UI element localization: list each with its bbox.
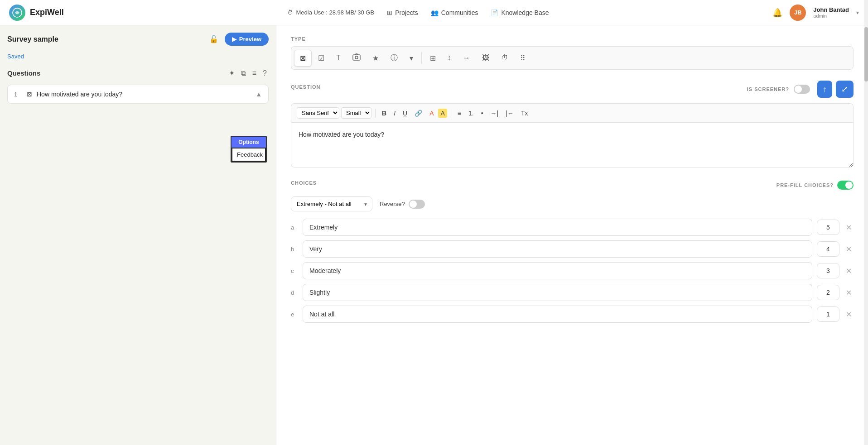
communities-nav[interactable]: 👥 Communities	[431, 9, 478, 16]
type-checkbox-button[interactable]: ☑	[313, 50, 330, 66]
indent-right-button[interactable]: →|	[488, 108, 502, 119]
text-color-button[interactable]: A	[427, 108, 436, 119]
type-matrix-button[interactable]: ⊠	[294, 50, 312, 67]
type-clock-button[interactable]: ⏱	[496, 50, 514, 66]
choice-remove-button[interactable]: ✕	[844, 221, 854, 234]
pre-fill-control: PRE-FILL CHOICES?	[776, 181, 854, 190]
question-input[interactable]: How motivated are you today?	[291, 122, 854, 167]
type-image-button[interactable]: 🖼	[477, 50, 495, 66]
knowledge-base-label: Knowledge Base	[501, 9, 549, 16]
font-family-select[interactable]: Sans Serif	[297, 107, 339, 119]
preview-label: Preview	[239, 36, 261, 43]
choice-remove-button[interactable]: ✕	[844, 265, 854, 277]
is-screener-toggle[interactable]	[794, 85, 810, 94]
notifications-bell[interactable]: 🔔	[772, 8, 782, 18]
knowledge-base-nav[interactable]: 📄 Knowledge Base	[491, 9, 549, 16]
reverse-toggle[interactable]	[409, 200, 425, 209]
question-collapse-button[interactable]: ▲	[256, 91, 262, 98]
type-grid-button[interactable]: ⊞	[424, 50, 441, 66]
highlight-button[interactable]: A	[438, 109, 447, 118]
type-updown-button[interactable]: ↕	[442, 50, 457, 66]
nav-center: ⏱ Media Use : 28.98 MB/ 30 GB ⊞ Projects…	[287, 9, 549, 16]
type-text-button[interactable]: T	[331, 50, 346, 66]
copy-icon[interactable]: ⧉	[239, 67, 248, 79]
underline-button[interactable]: U	[400, 108, 410, 119]
question-text: How motivated are you today?	[37, 91, 251, 98]
type-dotsgrid-button[interactable]: ⠿	[515, 50, 531, 66]
choice-row: b 4 ✕	[291, 240, 854, 258]
type-selector-row: ⊠ ☑ T ★ ⓘ ▾ ⊞ ↕ ↔ 🖼 ⏱ ⠿	[291, 46, 854, 70]
bold-button[interactable]: B	[379, 108, 389, 119]
user-chevron-icon: ▾	[856, 10, 859, 16]
choice-remove-button[interactable]: ✕	[844, 308, 854, 321]
is-screener-slider	[794, 85, 810, 94]
link-button[interactable]: 🔗	[412, 108, 425, 119]
nav-right: 🔔 JB John Bantad admin ▾	[772, 5, 859, 21]
pre-fill-slider	[837, 181, 854, 190]
projects-icon: ⊞	[387, 9, 392, 16]
question-section-label: QUESTION	[291, 84, 320, 90]
scrollbar-thumb	[864, 27, 868, 81]
italic-button[interactable]: I	[391, 108, 398, 119]
choice-input[interactable]	[303, 262, 812, 279]
brand-area: ExpiWell	[9, 5, 64, 21]
upload-button[interactable]: ↑	[817, 81, 832, 98]
media-use-item: ⏱ Media Use : 28.98 MB/ 30 GB	[287, 9, 374, 16]
saved-link[interactable]: Saved	[7, 53, 269, 60]
logo-icon	[9, 5, 25, 21]
indent-left-button[interactable]: |←	[503, 108, 516, 119]
choice-input[interactable]	[303, 284, 812, 301]
svg-point-2	[355, 56, 358, 59]
user-info: John Bantad admin	[813, 6, 849, 19]
right-panel: TYPE ⊠ ☑ T ★ ⓘ ▾ ⊞ ↕ ↔ 🖼 ⏱ ⠿	[276, 25, 868, 445]
sort-icon[interactable]: ✦	[227, 67, 236, 79]
options-popup: Options Feedback	[231, 136, 267, 163]
type-section-label: TYPE	[291, 36, 854, 42]
clear-format-button[interactable]: Tx	[518, 108, 531, 119]
avatar: JB	[790, 5, 806, 21]
choice-input[interactable]	[303, 240, 812, 258]
help-icon[interactable]: ?	[261, 67, 269, 79]
align-button[interactable]: ≡	[455, 108, 464, 119]
window-scrollbar[interactable]	[864, 0, 868, 445]
questions-label: Questions	[7, 69, 40, 77]
choice-score: 3	[817, 263, 839, 278]
type-info-button[interactable]: ⓘ	[385, 50, 403, 67]
choices-section: CHOICES PRE-FILL CHOICES? Extremely - No…	[291, 180, 854, 323]
choice-remove-button[interactable]: ✕	[844, 243, 854, 255]
type-lr-button[interactable]: ↔	[458, 50, 476, 66]
ordered-list-button[interactable]: 1.	[466, 108, 477, 119]
choices-header: CHOICES PRE-FILL CHOICES?	[291, 180, 854, 190]
question-item[interactable]: 1 ⊠ How motivated are you today? ▲	[7, 85, 269, 104]
feedback-item[interactable]: Feedback	[231, 148, 266, 162]
svg-rect-1	[353, 55, 360, 60]
expand-button[interactable]: ⤢	[836, 81, 854, 98]
choices-container: a 5 ✕ b 4 ✕ c 3 ✕ d 2 ✕ e 1 ✕	[291, 219, 854, 323]
choices-section-label: CHOICES	[291, 180, 317, 186]
choice-remove-button[interactable]: ✕	[844, 287, 854, 299]
choice-row: a 5 ✕	[291, 219, 854, 236]
pre-fill-toggle[interactable]	[837, 181, 854, 190]
choice-letter: a	[291, 224, 298, 231]
preview-button[interactable]: ▶ Preview	[225, 33, 269, 46]
choices-preset-select[interactable]: Extremely - Not at all	[291, 196, 372, 211]
font-size-select[interactable]: Small	[341, 107, 371, 119]
unordered-list-button[interactable]: •	[478, 108, 486, 119]
choice-input[interactable]	[303, 306, 812, 323]
choices-preset-wrapper: Extremely - Not at all	[291, 196, 372, 211]
type-star-button[interactable]: ★	[367, 50, 384, 66]
reverse-slider	[409, 200, 425, 209]
main-layout: Survey sample 🔓 ▶ Preview Saved Question…	[0, 25, 868, 445]
type-more-button[interactable]: ▾	[404, 50, 419, 66]
unlock-icon[interactable]: 🔓	[207, 33, 220, 45]
choice-input[interactable]	[303, 219, 812, 236]
toolbar-separator-2	[451, 109, 451, 118]
list-icon[interactable]: ≡	[251, 67, 258, 79]
type-camera-button[interactable]	[347, 49, 366, 67]
projects-nav[interactable]: ⊞ Projects	[387, 9, 418, 16]
choice-row: c 3 ✕	[291, 262, 854, 279]
choice-score: 1	[817, 306, 839, 322]
knowledge-base-icon: 📄	[491, 9, 498, 16]
question-section: QUESTION IS SCREENER? ↑ ⤢	[291, 81, 854, 169]
choice-row: e 1 ✕	[291, 306, 854, 323]
